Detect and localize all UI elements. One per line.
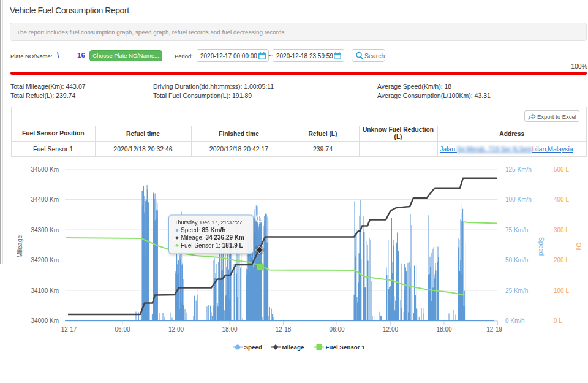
svg-text:34100 Km: 34100 Km	[31, 287, 59, 294]
svg-text:125 Km/h: 125 Km/h	[505, 166, 532, 173]
svg-text:Fuel Sensor 1: 181.9 L: Fuel Sensor 1: 181.9 L	[181, 242, 243, 249]
svg-text:100 L: 100 L	[554, 287, 569, 294]
svg-text:34200 Km: 34200 Km	[31, 257, 59, 264]
svg-text:Speed: Speed	[244, 344, 262, 351]
svg-text:400 L: 400 L	[554, 196, 569, 203]
svg-text:75 Km/h: 75 Km/h	[505, 227, 528, 233]
svg-text:34400 Km: 34400 Km	[31, 196, 59, 203]
svg-text:Oil: Oil	[575, 243, 582, 251]
svg-text:50 Km/h: 50 Km/h	[505, 257, 528, 264]
svg-text:12:00: 12:00	[168, 326, 184, 333]
svg-text:Mileage: 34 236.29 Km: Mileage: 34 236.29 Km	[181, 234, 244, 241]
svg-text:12-18: 12-18	[276, 326, 292, 333]
svg-text:Mileage: Mileage	[282, 344, 304, 351]
svg-text:18:00: 18:00	[436, 326, 451, 333]
svg-text:200 L: 200 L	[554, 257, 569, 264]
svg-text:34500 Km: 34500 Km	[31, 166, 59, 173]
svg-text:34000 Km: 34000 Km	[31, 317, 59, 324]
svg-text:0 L: 0 L	[554, 317, 562, 324]
svg-text:Speed: 85 Km/h: Speed: 85 Km/h	[181, 227, 225, 233]
svg-text:12-17: 12-17	[61, 326, 77, 333]
svg-text:12-19: 12-19	[486, 326, 502, 333]
svg-text:0 Km/h: 0 Km/h	[505, 317, 525, 324]
svg-text:Fuel Sensor 1: Fuel Sensor 1	[326, 344, 366, 351]
svg-text:18:00: 18:00	[222, 326, 237, 333]
svg-text:Speed: Speed	[538, 237, 545, 256]
svg-text:Thursday, Dec 17, 21:37:27: Thursday, Dec 17, 21:37:27	[175, 219, 242, 226]
svg-text:06:00: 06:00	[329, 326, 344, 333]
svg-text:100 Km/h: 100 Km/h	[505, 196, 532, 203]
svg-text:34300 Km: 34300 Km	[31, 227, 59, 233]
svg-text:Mileage: Mileage	[16, 235, 23, 257]
svg-text:12:00: 12:00	[383, 326, 398, 333]
svg-text:25 Km/h: 25 Km/h	[505, 287, 528, 294]
svg-text:500 L: 500 L	[554, 166, 569, 173]
svg-text:06:00: 06:00	[115, 326, 130, 333]
svg-text:300 L: 300 L	[554, 227, 569, 233]
